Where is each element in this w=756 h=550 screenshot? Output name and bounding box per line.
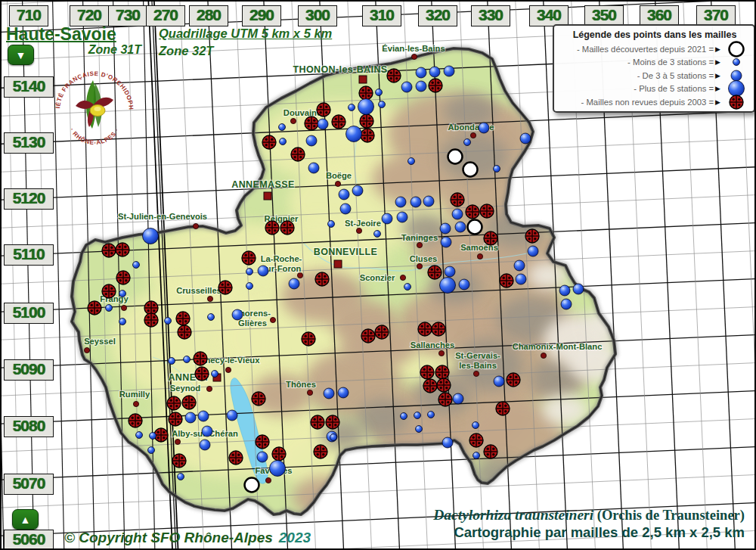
station-point-large [270, 461, 286, 477]
utm-northing-label: 5130 [4, 132, 54, 154]
arrow-right-icon: ▶ [715, 98, 723, 106]
maille-non-revue-point [265, 221, 279, 235]
station-point-medium [339, 189, 349, 200]
station-point-medium [440, 223, 451, 234]
station-point-medium [494, 376, 504, 387]
maille-non-revue-point [169, 412, 182, 426]
copyright-year: 2023 [279, 530, 311, 545]
city-marker-dot [473, 371, 479, 376]
pan-down-button[interactable]: ▼ [8, 45, 34, 65]
station-point-small [246, 269, 253, 275]
copyright-label: © Copyright SFO Rhône-Alpes [64, 530, 273, 545]
station-point-small [133, 262, 140, 269]
maille-non-revue-point [375, 325, 389, 339]
station-point-small [178, 474, 184, 480]
station-point-medium [453, 393, 463, 404]
station-point-medium [516, 274, 526, 284]
utm-easting-label: 310 [362, 5, 401, 26]
legend-title: Légende des points dans les mailles [560, 30, 749, 40]
station-point-medium [340, 204, 351, 214]
maille-non-revue-point [423, 379, 437, 393]
maille-non-revue-point [507, 373, 520, 387]
station-point-large [440, 278, 456, 294]
utm-easting-label: 730 [108, 5, 147, 26]
svg-text:· RHÔNE-ALPES ·: · RHÔNE-ALPES · [69, 127, 121, 146]
station-point-small [349, 104, 355, 111]
station-point-medium [324, 388, 334, 399]
maille-non-revue-point [484, 231, 497, 245]
maille-non-revue-point [88, 301, 101, 315]
maille-non-revue-point [361, 329, 375, 343]
station-point-medium [452, 209, 463, 219]
utm-easting-label: 280 [189, 5, 228, 26]
station-point-medium [200, 440, 210, 450]
station-point-medium [318, 119, 328, 129]
maille-decouverte-point [463, 163, 478, 177]
city-label: THONON-les-BAINS [293, 64, 387, 75]
maille-non-revue-point [500, 274, 513, 287]
maille-non-revue-point [302, 332, 315, 346]
station-point-small [150, 433, 156, 440]
maille-non-revue-point [432, 322, 445, 336]
maille-non-revue-point [359, 86, 373, 100]
station-point-small [106, 305, 113, 312]
station-point-small [473, 452, 480, 459]
maille-decouverte-point [468, 220, 482, 235]
city-label: Thônes [286, 380, 316, 389]
maille-non-revue-point [480, 204, 494, 218]
maille-non-revue-point [176, 312, 190, 325]
station-point-small [165, 318, 172, 325]
utm-easting-label: 330 [471, 5, 510, 26]
city-marker-dot [193, 223, 198, 228]
city-marker-dot [307, 390, 312, 395]
city-label: Rumilly [119, 390, 150, 399]
city-label: Chamonix-Mont-Blanc [513, 342, 603, 351]
legend-symbol-red [723, 93, 749, 111]
maille-non-revue-point [242, 251, 256, 265]
station-point-small [379, 101, 386, 108]
legend-row-label: - Moins de 3 stations = [560, 57, 715, 67]
maille-non-revue-point [314, 445, 327, 458]
station-point-medium [444, 66, 454, 76]
pan-up-button[interactable]: ▲ [12, 509, 39, 530]
city-label: Crusseilles [176, 286, 222, 295]
utm-easting-label: 720 [70, 5, 109, 26]
city-label: St-Gervais-les-Bains [455, 351, 500, 370]
city-marker-dot [207, 296, 212, 301]
utm-northing-label: 5110 [4, 244, 54, 266]
maille-decouverte-point [448, 150, 463, 164]
maille-non-revue-point [182, 396, 196, 409]
station-point-medium [479, 123, 489, 133]
maille-non-revue-point [291, 148, 305, 161]
maille-non-revue-point [167, 396, 181, 410]
legend-row-label: - Plus de 5 stations = [560, 84, 715, 93]
station-point-small [428, 412, 435, 418]
station-point-medium [416, 67, 426, 78]
station-point-small [246, 283, 253, 290]
utm-northing-label: 5090 [4, 359, 54, 381]
station-point-medium [429, 67, 440, 77]
utm-easting-label: 290 [242, 5, 281, 26]
city-marker-dot [411, 54, 417, 59]
triangle-down-icon: ▼ [16, 50, 26, 61]
station-point-large [358, 99, 374, 115]
station-point-small [376, 89, 383, 96]
station-point-medium [416, 81, 426, 92]
arrow-right-icon: ▶ [715, 85, 723, 92]
city-label: Seyssel [84, 337, 116, 346]
maille-non-revue-point [102, 284, 116, 298]
logo-arc-bottom: · RHÔNE-ALPES · [69, 127, 121, 146]
city-marker-dot [133, 401, 138, 406]
city-marker-dot [225, 367, 231, 372]
utm-northing-label: 5100 [4, 303, 54, 324]
station-point-small [374, 231, 381, 238]
utm-northing-label: 5120 [4, 188, 54, 210]
station-point-large [346, 126, 362, 142]
maille-non-revue-point [218, 281, 232, 294]
map-application-window: Évian-les-BainsTHONON-les-BAINSDouvaineA… [0, 0, 756, 550]
station-point-small [494, 166, 500, 172]
maille-non-revue-point [428, 266, 442, 279]
station-point-medium [308, 163, 319, 173]
legend-row-label: - Mailles non revues depuis 2003 = [560, 98, 715, 107]
maille-non-revue-point [317, 103, 330, 117]
